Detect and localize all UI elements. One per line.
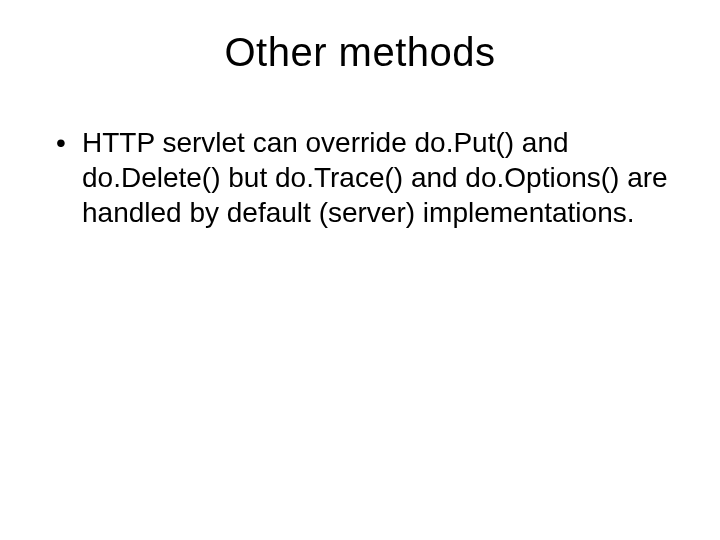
bullet-item: HTTP servlet can override do.Put() and d…	[50, 125, 670, 230]
bullet-list: HTTP servlet can override do.Put() and d…	[50, 125, 670, 230]
slide: Other methods HTTP servlet can override …	[0, 0, 720, 540]
slide-title: Other methods	[50, 30, 670, 75]
bullet-text: HTTP servlet can override do.Put() and d…	[82, 127, 668, 228]
